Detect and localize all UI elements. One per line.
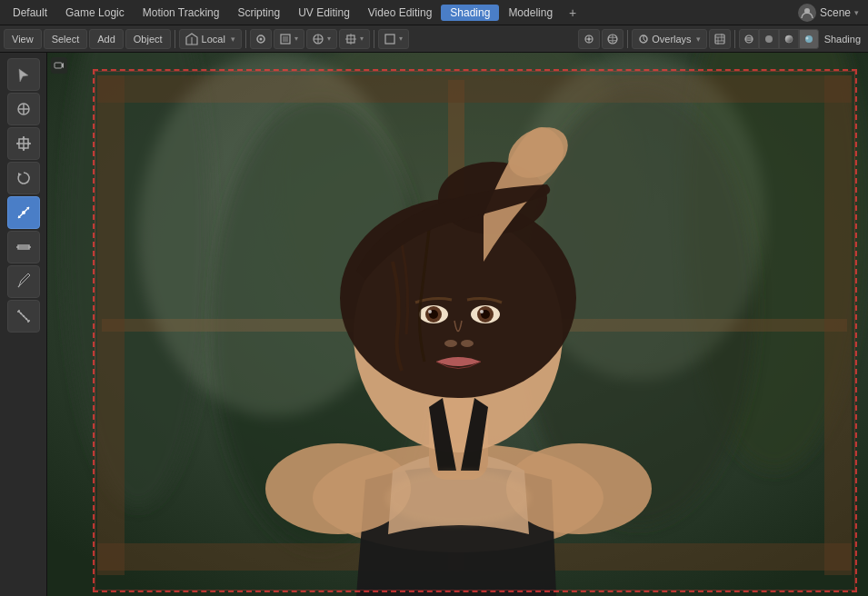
viewport-canvas (47, 53, 868, 596)
scene-area: Scene ▾ (798, 4, 864, 22)
wireframe-btn[interactable] (739, 29, 759, 49)
svg-point-93 (385, 471, 531, 525)
menu-item-modeling[interactable]: Modeling (499, 5, 562, 21)
settings-icon (714, 34, 725, 45)
svg-point-92 (461, 340, 474, 347)
menu-item-uv-editing[interactable]: UV Editing (289, 5, 359, 21)
camera-svg-icon (54, 60, 65, 71)
add-menu-btn[interactable]: Add (89, 29, 124, 49)
rotate-icon (15, 170, 32, 186)
svg-point-76 (265, 443, 411, 534)
pivot-icon (345, 34, 356, 45)
scene-avatar-icon[interactable] (798, 4, 816, 22)
svg-point-90 (480, 310, 484, 313)
viewport-gizmo-btn[interactable] (602, 29, 624, 49)
rotate-btn[interactable] (7, 162, 40, 194)
rendered-btn[interactable] (799, 29, 819, 49)
viewport-display-icon (384, 34, 395, 45)
svg-marker-41 (16, 142, 19, 145)
svg-point-91 (444, 340, 457, 347)
separator-4 (627, 30, 628, 48)
transform-all-icon (15, 101, 32, 117)
background-svg (47, 53, 868, 596)
snap-icon2 (313, 34, 324, 45)
separator-2 (245, 30, 246, 48)
svg-line-51 (18, 286, 19, 287)
snap-btn[interactable] (250, 29, 272, 49)
menu-item-scripting[interactable]: Scripting (228, 5, 289, 21)
shading-mode-group (739, 29, 819, 49)
transform-pivot-dropdown[interactable]: ▾ (339, 29, 370, 49)
svg-marker-40 (22, 148, 25, 151)
select-menu-btn[interactable]: Select (44, 29, 88, 49)
top-menu-bar: Default Game Logic Motion Tracking Scrip… (0, 0, 868, 25)
move-btn[interactable] (7, 127, 40, 160)
scene-dropdown-icon[interactable]: ▾ (854, 8, 859, 17)
transform-orientation-dropdown[interactable]: Local (179, 29, 242, 49)
gizmo-btn[interactable] (578, 29, 600, 49)
transform-icon (185, 33, 198, 45)
annotate-btn[interactable] (7, 265, 40, 298)
overlays-icon (638, 34, 649, 45)
gizmo-icon (584, 34, 594, 45)
dropdown-arrow-pivot: ▾ (360, 35, 364, 43)
cursor-icon (15, 66, 32, 83)
svg-rect-72 (824, 75, 852, 575)
scene-label: Scene (820, 6, 851, 19)
viewport[interactable] (47, 53, 868, 596)
measure-icon (15, 308, 32, 324)
svg-point-29 (765, 35, 773, 43)
view-menu-btn[interactable]: View (4, 29, 42, 49)
separator-3 (374, 30, 374, 48)
add-workspace-button[interactable]: + (562, 4, 584, 22)
transform-btn-icon (15, 239, 32, 255)
dropdown-arrow-proportional: ▾ (294, 35, 298, 43)
left-tools-panel (0, 53, 47, 596)
svg-rect-12 (385, 35, 394, 44)
svg-rect-94 (55, 63, 62, 68)
wireframe-icon (743, 34, 754, 45)
viewport-settings-btn[interactable] (709, 29, 731, 49)
solid-icon (763, 34, 774, 45)
menu-item-game-logic[interactable]: Game Logic (56, 5, 134, 21)
svg-rect-71 (97, 75, 125, 575)
select-tool-btn[interactable] (7, 58, 40, 91)
svg-point-77 (506, 443, 652, 534)
menu-item-shading[interactable]: Shading (441, 5, 499, 21)
menu-item-default[interactable]: Default (4, 5, 56, 21)
separator-1 (175, 30, 175, 48)
lookdev-btn[interactable] (779, 29, 799, 49)
lookdev-icon (783, 34, 794, 45)
scale-btn[interactable] (7, 196, 40, 229)
measure-btn[interactable] (7, 300, 40, 333)
viewport-camera-icon[interactable] (51, 57, 67, 74)
separator-5 (734, 30, 735, 48)
svg-point-30 (785, 35, 793, 43)
viewport-gizmo-icon (606, 33, 619, 45)
menu-item-video-editing[interactable]: Video Editing (359, 5, 442, 21)
menu-item-motion-tracking[interactable]: Motion Tracking (134, 5, 229, 21)
rendered-icon (803, 34, 814, 45)
svg-point-46 (22, 211, 25, 214)
svg-point-86 (428, 310, 432, 313)
dropdown-arrow-snap: ▾ (327, 35, 331, 43)
proportional-editing-dropdown[interactable]: ▾ (274, 29, 304, 49)
transform-btn[interactable] (7, 231, 40, 263)
overlays-btn[interactable]: Overlays (632, 29, 706, 49)
svg-rect-21 (715, 35, 724, 44)
move-icon (15, 135, 32, 152)
viewport-mini-header (51, 57, 67, 74)
shading-label: Shading (821, 34, 864, 45)
scale-icon (15, 204, 32, 221)
svg-marker-39 (22, 136, 25, 139)
main-area (0, 53, 868, 596)
solid-btn[interactable] (759, 29, 779, 49)
svg-marker-43 (18, 173, 22, 176)
dropdown-arrow-vp: ▾ (399, 35, 403, 43)
viewport-display-dropdown[interactable]: ▾ (378, 29, 409, 49)
transform-all-btn[interactable] (7, 93, 40, 125)
snap-dropdown[interactable]: ▾ (306, 29, 337, 49)
svg-rect-5 (283, 36, 288, 42)
svg-point-32 (805, 36, 808, 39)
object-menu-btn[interactable]: Object (125, 29, 171, 49)
